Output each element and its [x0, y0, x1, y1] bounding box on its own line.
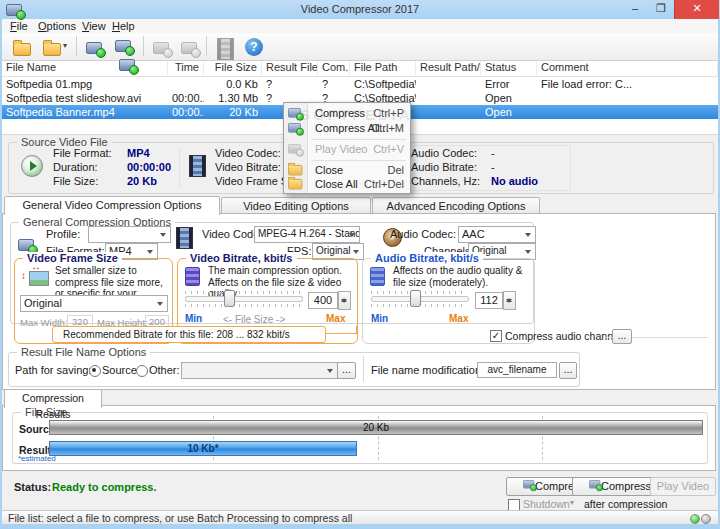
compress-icon [523, 480, 534, 488]
other-radio[interactable] [136, 365, 148, 377]
window-border-left [0, 0, 2, 529]
col-result-file-size[interactable]: Result File Size [262, 60, 318, 76]
cell-result-size: ? [262, 77, 318, 91]
video-codec-icon [176, 227, 193, 249]
browse-path-button[interactable]: ... [337, 362, 356, 379]
max-label: Max [449, 313, 468, 324]
close-all-folder-icon [288, 179, 302, 189]
toolbar: ▾ [2, 33, 718, 61]
max-label: Max [326, 313, 345, 324]
audio-bitrate-label: Audio Bitrate, kbit/s [371, 252, 483, 264]
divider [179, 147, 180, 187]
video-codec-select[interactable]: MPEG-4 H.264 - Standar [254, 226, 360, 243]
video-bitrate-icon [185, 267, 200, 286]
compress-audio-checkbox[interactable] [490, 330, 502, 342]
context-menu-compress-all[interactable]: Compress All... Ctrl+M [284, 121, 410, 136]
context-menu-compress[interactable]: Compress Ctrl+P [284, 106, 410, 121]
play-video-button[interactable]: Play Video [650, 477, 716, 496]
audio-bitrate-slider[interactable] [371, 296, 469, 302]
menu-item-label: Compress [315, 106, 365, 121]
col-time[interactable]: Time [168, 60, 204, 76]
menu-view[interactable]: View [82, 20, 106, 32]
open-file-button[interactable] [8, 35, 36, 59]
help-button-toolbar[interactable] [241, 35, 269, 59]
context-menu-close-all[interactable]: Close All Ctrl+Del [284, 177, 410, 192]
other-path-select[interactable] [181, 362, 338, 379]
source-radio[interactable] [89, 365, 101, 377]
maximize-button[interactable]: ❐ [648, 0, 674, 19]
audio-bitrate-spinner[interactable] [503, 291, 516, 310]
col-comment[interactable]: Comment [537, 60, 718, 76]
tab-general-options[interactable]: General Video Compression Options [4, 196, 220, 215]
cancel-button-toolbar[interactable] [176, 35, 204, 59]
fname-field[interactable]: avc_filename [477, 362, 557, 378]
table-row[interactable]: Softpedia 01.mpg 0.0 Kb ? ? C:\Softpedia… [2, 77, 718, 91]
col-compression[interactable]: Com... [318, 60, 350, 76]
audio-codec-select[interactable]: AAC [458, 226, 536, 243]
window-title: Video Compressor 2017 [0, 3, 720, 15]
play-video-button-toolbar[interactable] [211, 35, 239, 59]
menu-file[interactable]: File [10, 20, 28, 32]
compress-audio-label: Compress audio channels [505, 330, 626, 342]
frame-size-select[interactable]: Original [20, 295, 168, 312]
file-size-hint: <- File Size -> [223, 314, 285, 325]
status-led-green [690, 514, 700, 524]
slider-ticks [185, 304, 301, 307]
frame-size-icon [29, 271, 49, 286]
minimize-button[interactable]: – [622, 0, 648, 19]
col-file-name[interactable]: File Name [2, 60, 168, 76]
open-file-dropdown-button[interactable]: ▾ [38, 35, 74, 59]
duration-value: 00:00:00 [127, 161, 171, 173]
film-icon [189, 155, 206, 177]
col-status[interactable]: Status [481, 60, 537, 76]
toolbar-separator [206, 36, 207, 56]
menu-item-label: Close [315, 163, 343, 178]
cell-time [168, 77, 204, 91]
video-bitrate-slider[interactable] [185, 296, 303, 302]
play-video-icon [288, 144, 301, 154]
col-file-path[interactable]: File Path [350, 60, 416, 76]
menu-options[interactable]: Options [38, 20, 76, 32]
cell-status: Open [481, 105, 537, 119]
cell-compression: ? [318, 77, 350, 91]
duration-label: Duration: [53, 161, 98, 173]
path-for-saving-label: Path for saving: [15, 364, 91, 376]
cell-file-size: 20 Kb [204, 105, 262, 119]
open-folder-icon [43, 43, 61, 56]
context-menu-play-video[interactable]: Play Video Ctrl+V [284, 142, 410, 157]
compress-all-button[interactable]: Compress All [572, 477, 662, 496]
context-menu-close[interactable]: Close Del [284, 163, 410, 178]
window-border-bottom [0, 524, 720, 529]
col-file-size[interactable]: File Size [204, 60, 262, 76]
play-video-icon [217, 38, 234, 60]
tab-compression-results[interactable]: Compression Results [4, 389, 102, 408]
close-button[interactable]: ✕ [674, 0, 719, 19]
menu-item-shortcut: Ctrl+V [373, 142, 404, 157]
video-bitrate-spinner[interactable] [338, 291, 351, 310]
audio-more-options-button[interactable]: ... [612, 329, 632, 344]
menu-item-label: Play Video [315, 142, 367, 157]
menu-bar: File Options View Help [2, 19, 718, 33]
browse-fname-button[interactable]: ... [559, 362, 577, 379]
menu-help[interactable]: Help [112, 20, 135, 32]
col-result-path[interactable]: Result Path/Na... [416, 60, 481, 76]
status-label: Status: [14, 481, 51, 493]
close-folder-icon [288, 165, 302, 175]
video-bitrate-label: Video Bitrate: [215, 161, 281, 173]
file-format-value: MP4 [127, 147, 150, 159]
audio-bitrate-field[interactable]: 112 [475, 292, 503, 309]
profile-select[interactable] [88, 226, 171, 243]
video-bitrate-field[interactable]: 400 [308, 292, 338, 309]
compress-button-toolbar[interactable] [81, 35, 111, 59]
channels-value: No audio [491, 175, 538, 187]
compress-all-button-toolbar[interactable] [111, 35, 141, 59]
shutdown-dropdown-icon[interactable]: ▾ [570, 498, 574, 507]
shutdown-label: Shutdown [523, 498, 570, 510]
min-label: Min [185, 313, 202, 324]
pause-icon [153, 42, 169, 54]
compress-icon [288, 108, 301, 118]
pause-button-toolbar[interactable] [148, 35, 176, 59]
menu-item-shortcut: Ctrl+P [373, 106, 404, 121]
source-size-bar: 20 Kb [49, 420, 703, 435]
cell-time: 00:00... [168, 105, 204, 119]
